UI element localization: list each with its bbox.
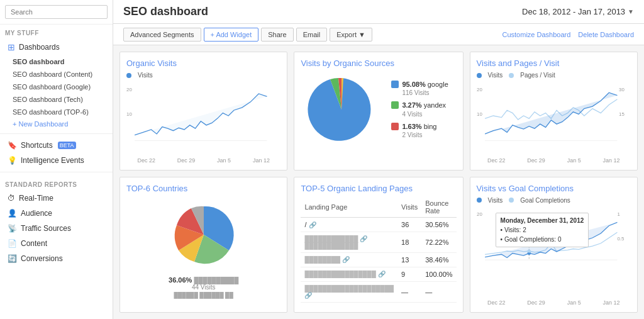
visits-cell: 18 <box>397 232 421 252</box>
visits-goal-card: Visits vs Goal Completions Visits Goal C… <box>470 177 638 313</box>
page-cell-blurred: ████████████ 🔗████████████ <box>301 232 397 252</box>
date-range-text: Dec 18, 2012 - Jan 17, 2013 <box>522 7 625 16</box>
share-button[interactable]: Share <box>261 28 293 42</box>
audience-icon: 👤 <box>8 209 17 218</box>
visits-cell: 36 <box>397 217 421 232</box>
col-landing-page: Landing Page <box>301 197 397 218</box>
sidebar-item-dashboards[interactable]: ⊞ Dashboards <box>0 39 113 55</box>
svg-text:10: 10 <box>126 111 132 117</box>
google-color <box>391 81 399 88</box>
bing-color <box>391 123 399 130</box>
top5-landing-title: TOP-5 Organic Landing Pages <box>301 184 456 193</box>
country-pct-label: 36.06% ██████████ <box>169 276 238 284</box>
my-stuff-label: MY STUFF <box>0 25 113 39</box>
advanced-segments-button[interactable]: Advanced Segments <box>123 28 201 42</box>
add-dashboard-link[interactable]: + New Dashboard <box>0 118 113 130</box>
sidebar-item-realtime[interactable]: ⏱ Real-Time <box>0 191 113 206</box>
search-input[interactable] <box>5 5 108 19</box>
visits-by-source-card: Visits by Organic Sources 9 <box>294 52 463 171</box>
svg-text:20: 20 <box>477 87 482 92</box>
sidebar-item-conversions[interactable]: 🔄 Conversions <box>0 251 113 266</box>
dashboards-label: Dashboards <box>19 43 60 52</box>
email-button[interactable]: Email <box>296 28 328 42</box>
search-box[interactable] <box>0 0 113 25</box>
table-row: ████████████████ 🔗 9 100.00% <box>301 267 456 281</box>
pages-dot <box>509 73 514 78</box>
svg-text:20: 20 <box>477 211 482 216</box>
bounce-cell: 100.00% <box>421 267 456 281</box>
add-widget-button[interactable]: + Add Widget <box>204 28 259 42</box>
top6-countries-card: TOP-6 Countries <box>119 177 287 313</box>
sidebar-item-seo-dashboard[interactable]: SEO dashboard <box>0 55 113 68</box>
page-cell-blurred: ████████████████ 🔗 <box>301 267 397 281</box>
intelligence-label: Intelligence Events <box>21 156 84 165</box>
visits-by-source-title: Visits by Organic Sources <box>301 59 456 68</box>
page-cell-blurred: ████████ 🔗 <box>301 252 397 267</box>
pie-legend-bing: 1.63% bing 2 Visits <box>391 122 448 139</box>
table-row: ████████████ 🔗████████████ 18 72.22% <box>301 232 456 252</box>
svg-text:15: 15 <box>619 111 625 117</box>
svg-text:0.5: 0.5 <box>617 236 625 242</box>
visits-pages-x-axis: Dec 22 Dec 29 Jan 5 Jan 12 <box>477 157 631 164</box>
toolbar-left: Advanced Segments + Add Widget Share Ema… <box>123 28 372 42</box>
country-second-label: ██████ ██████ ██ <box>174 292 233 298</box>
table-row: ████████ 🔗 13 38.46% <box>301 252 456 267</box>
sidebar-item-shortcuts[interactable]: 🔖 Shortcuts BETA <box>0 138 113 153</box>
yandex-color <box>391 101 399 109</box>
pie-legend: 95.08% google 116 Visits 3.27% yandex 4 … <box>391 80 448 139</box>
col-bounce-rate: Bounce Rate <box>421 197 456 218</box>
link-icon: 🔗 <box>342 256 350 263</box>
organic-visits-x-axis: Dec 22 Dec 29 Jan 5 Jan 12 <box>126 157 280 164</box>
main-content: SEO dashboard Dec 18, 2012 - Jan 17, 201… <box>113 0 644 319</box>
page-cell: / 🔗 <box>301 217 397 232</box>
sidebar-item-audience[interactable]: 👤 Audience <box>0 206 113 221</box>
visits-goal-legend: Visits Goal Completions <box>477 197 631 204</box>
sidebar-item-intelligence[interactable]: 💡 Intelligence Events <box>0 153 113 168</box>
pie-legend-yandex: 3.27% yandex 4 Visits <box>391 101 448 118</box>
realtime-icon: ⏱ <box>8 194 15 203</box>
svg-text:1: 1 <box>617 211 619 216</box>
sidebar-item-seo-google[interactable]: SEO dashboard (Google) <box>0 81 113 93</box>
svg-text:30: 30 <box>619 87 625 92</box>
visits-cell: 9 <box>397 267 421 281</box>
visits-goal-title: Visits vs Goal Completions <box>477 184 631 193</box>
pie-section: 95.08% google 116 Visits 3.27% yandex 4 … <box>301 72 456 147</box>
visits-legend-label: Visits <box>138 72 153 79</box>
sidebar-item-traffic[interactable]: 📡 Traffic Sources <box>0 221 113 236</box>
bounce-cell: 30.56% <box>421 217 456 232</box>
visits-legend: Visits <box>488 72 503 79</box>
sidebar-item-content[interactable]: 📄 Content <box>0 236 113 251</box>
table-row: ████████████████████ 🔗 — — <box>301 281 456 302</box>
visits-cell: 13 <box>397 252 421 267</box>
date-range-picker[interactable]: Dec 18, 2012 - Jan 17, 2013 ▼ <box>522 7 634 16</box>
toolbar-right: Customize Dashboard Delete Dashboard <box>502 31 634 38</box>
delete-dashboard-link[interactable]: Delete Dashboard <box>578 31 634 38</box>
organic-visits-title: Organic Visits <box>126 59 280 68</box>
visits-legend-dot <box>126 73 131 78</box>
organic-visits-card: Organic Visits Visits 20 10 Dec 22 Dec 2… <box>119 52 287 171</box>
chart-tooltip: Monday, December 31, 2012 • Visits: 2 • … <box>496 213 589 247</box>
export-button[interactable]: Export ▼ <box>330 28 372 42</box>
customize-dashboard-link[interactable]: Customize Dashboard <box>502 31 570 38</box>
dashboard-grid: Organic Visits Visits 20 10 Dec 22 Dec 2… <box>113 45 644 319</box>
sidebar-item-seo-content[interactable]: SEO dashboard (Content) <box>0 68 113 81</box>
visits-cell: — <box>397 281 421 302</box>
date-range-arrow: ▼ <box>628 8 634 15</box>
shortcuts-badge: BETA <box>58 142 76 149</box>
link-icon: 🔗 <box>309 221 316 228</box>
top5-landing-card: TOP-5 Organic Landing Pages Landing Page… <box>294 177 463 313</box>
standard-reports-label: STANDARD REPORTS <box>0 176 113 191</box>
organic-visits-legend: Visits <box>126 72 280 79</box>
sidebar-item-seo-top6[interactable]: SEO dashboard (TOP-6) <box>0 106 113 118</box>
visits-pages-legend: Visits Pages / Visit <box>477 72 631 79</box>
sidebar: MY STUFF ⊞ Dashboards SEO dashboard SEO … <box>0 0 113 319</box>
bounce-cell: 38.46% <box>421 252 456 267</box>
sidebar-item-seo-tech[interactable]: SEO dashboard (Tech) <box>0 93 113 106</box>
link-icon: 🔗 <box>360 235 367 242</box>
visits-goal-dot <box>477 198 482 203</box>
conversions-icon: 🔄 <box>8 254 17 263</box>
dashboards-icon: ⊞ <box>8 42 15 52</box>
landing-pages-table: Landing Page Visits Bounce Rate / 🔗 36 3… <box>301 197 456 303</box>
svg-text:20: 20 <box>126 87 132 92</box>
visits-goal-chart: Monday, December 31, 2012 • Visits: 2 • … <box>477 206 631 299</box>
